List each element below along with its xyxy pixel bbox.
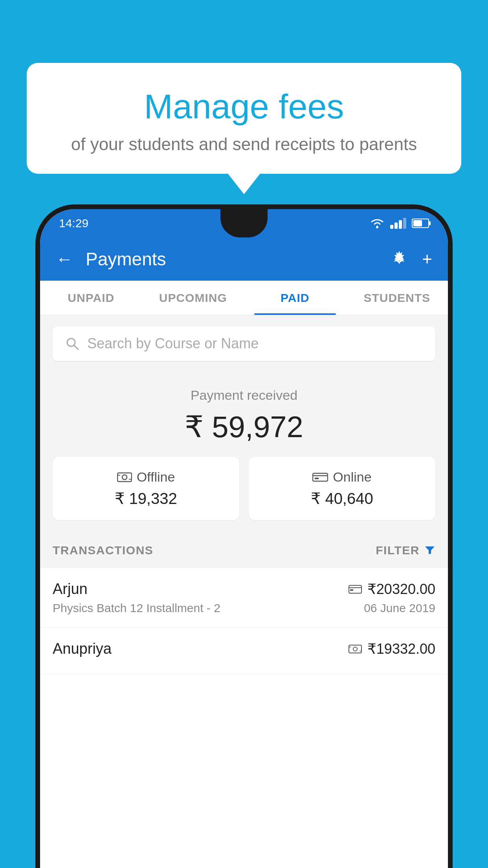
- transaction-type-icon: [349, 644, 362, 654]
- search-container: Search by Course or Name: [40, 315, 448, 372]
- app-header: ← Payments +: [40, 237, 448, 281]
- transaction-amount: ₹20320.00: [367, 581, 435, 598]
- status-bar: 14:29: [40, 209, 448, 237]
- payment-received-label: Payment received: [53, 388, 435, 403]
- status-time: 14:29: [59, 217, 88, 230]
- payment-cards: Offline ₹ 19,332 Online ₹ 40,640: [53, 457, 435, 520]
- transaction-amount: ₹19332.00: [367, 641, 435, 657]
- tabs-bar: UNPAID UPCOMING PAID STUDENTS: [40, 281, 448, 315]
- svg-point-5: [122, 475, 127, 480]
- battery-icon: [412, 219, 429, 228]
- online-amount: ₹ 40,640: [258, 489, 426, 508]
- svg-point-0: [376, 226, 378, 228]
- status-icons: [370, 218, 429, 229]
- speech-bubble: Manage fees of your students and send re…: [27, 63, 461, 174]
- payment-summary: Payment received ₹ 59,972 Offline ₹: [40, 372, 448, 533]
- search-bar[interactable]: Search by Course or Name: [53, 326, 435, 361]
- filter-label: FILTER: [376, 544, 420, 557]
- transaction-name: Arjun: [53, 581, 88, 598]
- wifi-icon: [370, 218, 385, 229]
- signal-icon: [390, 218, 406, 229]
- tab-unpaid[interactable]: UNPAID: [40, 281, 142, 315]
- offline-card: Offline ₹ 19,332: [53, 457, 239, 520]
- transaction-course: Physics Batch 12 Installment - 2: [53, 601, 220, 615]
- tab-paid[interactable]: PAID: [244, 281, 346, 315]
- phone-frame: 14:29: [35, 204, 453, 868]
- search-icon: [65, 337, 79, 351]
- transaction-type-icon: [349, 584, 362, 594]
- filter-icon: [424, 545, 435, 556]
- transaction-item[interactable]: Arjun ₹20320.00 Physics Batch 12 Install…: [40, 568, 448, 628]
- bubble-title: Manage fees: [46, 86, 442, 127]
- transaction-list: Arjun ₹20320.00 Physics Batch 12 Install…: [40, 568, 448, 674]
- svg-line-3: [74, 345, 78, 349]
- transaction-date: 06 June 2019: [364, 601, 435, 615]
- header-icons: +: [391, 249, 432, 269]
- payment-amount: ₹ 59,972: [53, 409, 435, 444]
- offline-label: Offline: [137, 469, 175, 485]
- online-icon: [312, 471, 328, 483]
- search-placeholder: Search by Course or Name: [87, 335, 259, 352]
- notch: [220, 209, 268, 237]
- svg-rect-10: [315, 478, 319, 479]
- svg-rect-14: [349, 645, 361, 653]
- filter-button[interactable]: FILTER: [376, 544, 435, 557]
- header-title: Payments: [86, 248, 378, 270]
- phone-inner: 14:29: [40, 209, 448, 868]
- svg-rect-13: [350, 589, 353, 591]
- bubble-subtitle: of your students and send receipts to pa…: [46, 134, 442, 154]
- add-button[interactable]: +: [422, 249, 432, 269]
- offline-amount: ₹ 19,332: [62, 489, 230, 508]
- online-card: Online ₹ 40,640: [249, 457, 435, 520]
- svg-rect-4: [117, 473, 132, 482]
- online-label: Online: [333, 469, 371, 485]
- back-button[interactable]: ←: [56, 249, 73, 269]
- transaction-item[interactable]: Anupriya ₹19332.00: [40, 628, 448, 674]
- svg-point-15: [353, 647, 357, 651]
- svg-rect-8: [313, 473, 328, 481]
- transactions-label: TRANSACTIONS: [53, 544, 153, 557]
- offline-icon: [117, 471, 132, 483]
- transaction-name: Anupriya: [53, 640, 112, 657]
- tab-students[interactable]: STUDENTS: [346, 281, 448, 315]
- transactions-header: TRANSACTIONS FILTER: [40, 533, 448, 568]
- tab-upcoming[interactable]: UPCOMING: [142, 281, 244, 315]
- settings-icon[interactable]: [391, 250, 408, 268]
